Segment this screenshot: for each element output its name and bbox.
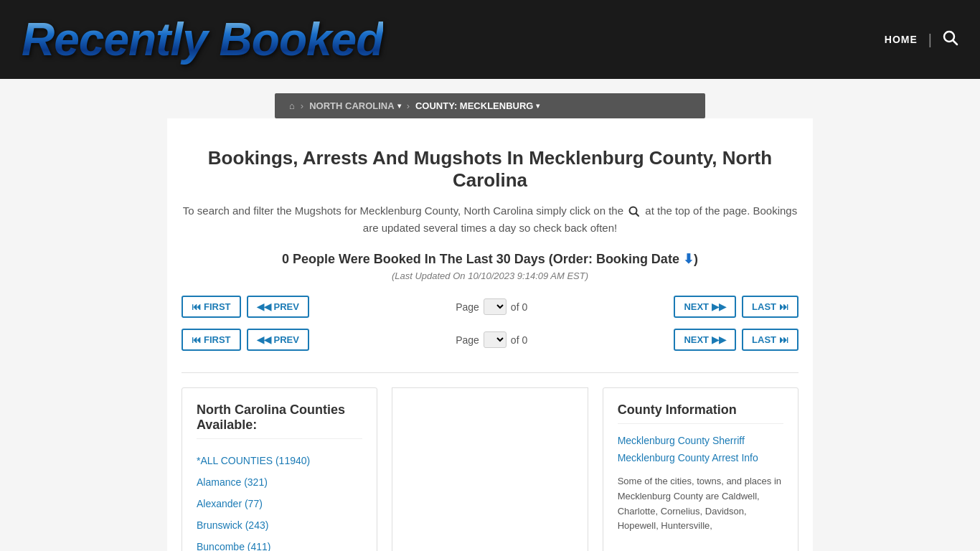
page-description: To search and filter the Mugshots for Me… [182,202,798,237]
site-logo[interactable]: Recently Booked [22,13,383,66]
pagination-bottom-right: NEXT ▶▶ LAST ⏭ [674,329,798,351]
county-link-alexander[interactable]: Alexander (77) [197,498,263,509]
list-item: Alexander (77) [197,493,362,514]
nav-divider: | [928,32,932,48]
sort-link[interactable]: ⬇ [683,252,694,266]
page-title: Bookings, Arrests And Mugshots In Meckle… [182,147,798,192]
county-link-all[interactable]: *ALL COUNTIES (11940) [197,455,310,466]
county-info-links: Mecklenburg County Sherriff Mecklenburg … [618,435,783,463]
next-icon-bottom: ▶▶ [712,334,726,345]
last-button-bottom[interactable]: LAST ⏭ [742,329,798,351]
page-label-top: Page [456,301,479,313]
pagination-bottom: ⏮ FIRST ◀◀ PREV Page of 0 NEXT ▶▶ LAST ⏭ [182,329,798,351]
county-dropdown-caret[interactable]: ▾ [536,102,540,110]
next-icon-top: ▶▶ [712,301,726,312]
county-info-box: County Information Mecklenburg County Sh… [603,387,798,551]
bookings-count-text: 0 People Were Booked In The Last 30 Days… [282,252,679,266]
of-label-top: of 0 [511,301,527,313]
page-select-bottom[interactable] [484,331,507,348]
last-icon-bottom: ⏭ [779,334,788,345]
nc-counties-box: North Carolina Counties Available: *ALL … [182,387,377,551]
first-button-top[interactable]: ⏮ FIRST [182,296,241,318]
page-select-top[interactable] [484,298,507,315]
nc-counties-title: North Carolina Counties Available: [197,402,362,439]
page-label-bottom: Page [456,334,479,346]
county-arrest-link[interactable]: Mecklenburg County Arrest Info [618,452,783,463]
pagination-top: ⏮ FIRST ◀◀ PREV Page of 0 NEXT ▶▶ LAST ⏭ [182,296,798,318]
breadcrumb-nc-link[interactable]: NORTH CAROLINA [309,100,394,111]
middle-box [392,387,588,551]
county-info-title: County Information [618,402,783,424]
first-button-bottom[interactable]: ⏮ FIRST [182,329,241,351]
breadcrumb-nc: NORTH CAROLINA ▾ [309,100,400,111]
inline-search-icon [628,206,640,217]
prev-button-top[interactable]: ◀◀ PREV [247,296,309,318]
county-info-text: Some of the cities, towns, and places in… [618,474,783,534]
svg-line-3 [636,214,639,217]
county-sheriff-link[interactable]: Mecklenburg County Sherriff [618,435,783,446]
breadcrumb-home-link[interactable]: ⌂ [289,100,295,111]
of-label-bottom: of 0 [511,334,527,346]
nav-home-link[interactable]: HOME [885,34,918,45]
search-icon-button[interactable] [943,30,958,50]
first-icon-top: ⏮ [192,301,201,312]
county-link-alamance[interactable]: Alamance (321) [197,476,268,488]
header-nav: HOME | [885,30,958,50]
first-icon-bottom: ⏮ [192,334,201,345]
list-item: *ALL COUNTIES (11940) [197,450,362,471]
breadcrumb-arrow-2: › [407,100,410,111]
county-list: *ALL COUNTIES (11940) Alamance (321) Ale… [197,450,362,551]
breadcrumb-arrow-1: › [301,100,303,111]
pagination-bottom-center: Page of 0 [456,331,527,348]
pagination-bottom-left: ⏮ FIRST ◀◀ PREV [182,329,309,351]
prev-icon-top: ◀◀ [257,301,271,312]
next-button-top[interactable]: NEXT ▶▶ [674,296,736,318]
list-item: Buncombe (411) [197,536,362,551]
desc-part1: To search and filter the Mugshots for Me… [183,204,623,217]
main-content: Bookings, Arrests And Mugshots In Meckle… [167,118,813,551]
county-link-buncombe[interactable]: Buncombe (411) [197,541,271,551]
last-button-top[interactable]: LAST ⏭ [742,296,798,318]
last-updated: (Last Updated On 10/10/2023 9:14:09 AM E… [182,270,798,281]
pagination-top-left: ⏮ FIRST ◀◀ PREV [182,296,309,318]
site-header: Recently Booked HOME | [0,0,980,79]
svg-line-1 [953,40,958,44]
breadcrumb-county-label: COUNTY: MECKLENBURG [415,100,533,111]
pagination-top-right: NEXT ▶▶ LAST ⏭ [674,296,798,318]
breadcrumb: ⌂ › NORTH CAROLINA ▾ › COUNTY: MECKLENBU… [275,93,705,118]
next-button-bottom[interactable]: NEXT ▶▶ [674,329,736,351]
pagination-top-center: Page of 0 [456,298,527,315]
prev-icon-bottom: ◀◀ [257,334,271,345]
list-item: Alamance (321) [197,471,362,493]
breadcrumb-county: COUNTY: MECKLENBURG ▾ [415,100,540,111]
columns-section: North Carolina Counties Available: *ALL … [182,372,798,551]
nc-dropdown-caret[interactable]: ▾ [397,102,401,110]
prev-button-bottom[interactable]: ◀◀ PREV [247,329,309,351]
bookings-count: 0 People Were Booked In The Last 30 Days… [182,251,798,267]
search-icon [943,30,958,46]
county-link-brunswick[interactable]: Brunswick (243) [197,519,268,531]
list-item: Brunswick (243) [197,514,362,536]
last-icon-top: ⏭ [779,301,788,312]
